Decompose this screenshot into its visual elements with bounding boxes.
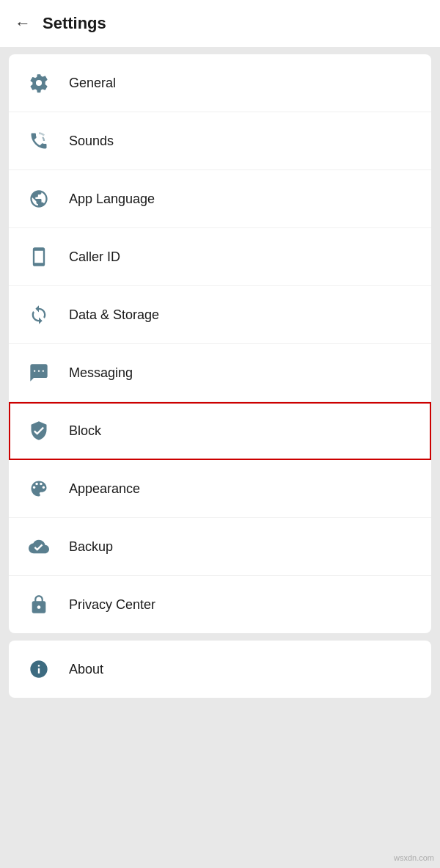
settings-item-general[interactable]: General <box>9 54 431 112</box>
palette-icon <box>23 473 54 504</box>
appearance-label: Appearance <box>69 481 140 497</box>
watermark: wsxdn.com <box>394 853 434 862</box>
data-storage-label: Data & Storage <box>69 307 159 323</box>
about-label: About <box>69 662 103 677</box>
general-label: General <box>69 76 116 91</box>
settings-item-block[interactable]: Block <box>9 402 431 460</box>
settings-item-caller-id[interactable]: Caller ID <box>9 228 431 286</box>
settings-item-about[interactable]: About <box>9 641 431 698</box>
sounds-label: Sounds <box>69 134 114 149</box>
shield-check-icon <box>23 415 54 446</box>
refresh-circle-icon <box>23 299 54 330</box>
privacy-center-label: Privacy Center <box>69 597 155 613</box>
info-icon <box>23 654 54 685</box>
chat-icon <box>23 357 54 388</box>
about-card: About <box>9 641 431 698</box>
globe-icon <box>23 183 54 214</box>
caller-id-label: Caller ID <box>69 249 120 265</box>
messaging-label: Messaging <box>69 365 133 381</box>
app-language-label: App Language <box>69 192 155 207</box>
settings-item-backup[interactable]: Backup <box>9 518 431 576</box>
page-title: Settings <box>43 14 106 33</box>
phone-sound-icon <box>23 125 54 156</box>
settings-item-data-storage[interactable]: Data & Storage <box>9 286 431 344</box>
settings-item-appearance[interactable]: Appearance <box>9 460 431 518</box>
header: ← Settings <box>0 0 440 47</box>
lock-icon <box>23 589 54 620</box>
settings-item-messaging[interactable]: Messaging <box>9 344 431 402</box>
settings-list: General Sounds App Language Call <box>9 54 431 633</box>
gear-icon <box>23 68 54 98</box>
settings-item-app-language[interactable]: App Language <box>9 170 431 228</box>
settings-item-privacy-center[interactable]: Privacy Center <box>9 576 431 633</box>
block-label: Block <box>69 423 101 439</box>
cloud-check-icon <box>23 531 54 562</box>
phone-screen-icon <box>23 241 54 272</box>
settings-item-sounds[interactable]: Sounds <box>9 112 431 170</box>
backup-label: Backup <box>69 539 113 555</box>
back-button[interactable]: ← <box>15 14 31 33</box>
